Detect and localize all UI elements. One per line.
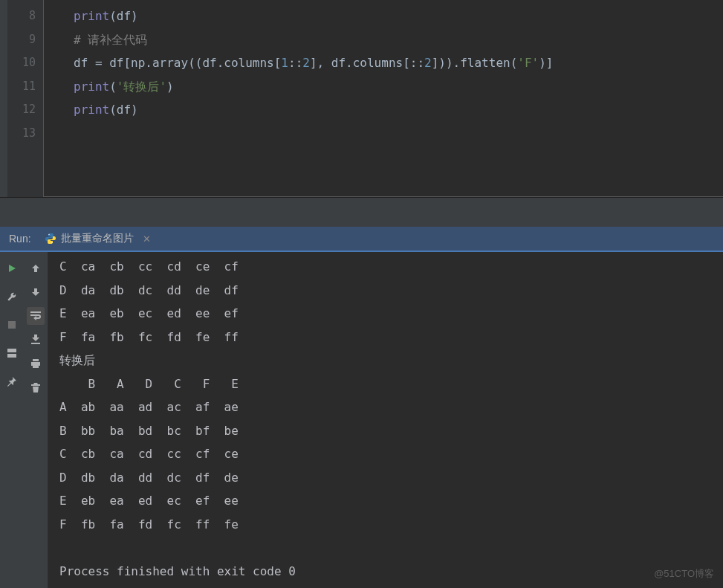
left-strip [0,0,7,197]
run-header: Run: 批量重命名图片 ✕ [0,227,723,252]
python-icon [45,233,56,245]
svg-point-0 [48,234,49,235]
print-icon[interactable] [27,355,45,372]
gutter-line[interactable]: 8 [7,4,36,28]
run-toolbar-left [0,252,24,588]
run-tab-label: 批量重命名图片 [61,232,134,245]
stop-button[interactable] [3,316,21,334]
run-tab[interactable]: 批量重命名图片 ✕ [45,232,151,245]
scroll-to-end-icon[interactable] [27,331,45,349]
rerun-button[interactable] [3,259,21,277]
up-arrow-icon[interactable] [27,259,45,277]
editor-area: 8910111213 print(df)# 请补全代码df = df[np.ar… [0,0,723,197]
run-label: Run: [9,233,31,245]
trash-icon[interactable] [27,378,45,396]
svg-rect-3 [7,349,16,352]
run-toolbar-right [24,252,48,588]
code-area[interactable]: print(df)# 请补全代码df = df[np.array((df.col… [43,0,723,197]
close-icon[interactable]: ✕ [143,233,151,245]
wrench-icon[interactable] [3,288,21,306]
console-output[interactable]: C ca cb cc cd ce cf D da db dc dd de df … [48,252,723,588]
svg-point-1 [51,242,52,243]
watermark: @51CTO博客 [654,567,714,581]
pin-icon[interactable] [3,372,21,390]
layout-icon[interactable] [3,344,21,362]
code-line[interactable] [74,122,723,146]
gutter-line[interactable]: 10 [7,51,36,75]
down-arrow-icon[interactable] [27,283,45,301]
gutter-line[interactable]: 9 [7,28,36,52]
panel-separator[interactable] [0,197,723,227]
code-line[interactable]: print(df) [74,98,723,122]
code-line[interactable]: print(df) [74,4,723,28]
gutter-line[interactable]: 11 [7,75,36,99]
run-body: C ca cb cc cd ce cf D da db dc dd de df … [0,252,723,588]
gutter: 8910111213 [7,0,43,197]
gutter-line[interactable]: 13 [7,122,36,146]
svg-rect-4 [7,354,16,358]
code-line[interactable]: df = df[np.array((df.columns[1::2], df.c… [74,51,723,75]
soft-wrap-icon[interactable] [27,307,45,325]
gutter-line[interactable]: 12 [7,98,36,122]
code-line[interactable]: # 请补全代码 [74,28,723,52]
svg-rect-2 [8,321,16,329]
run-panel: Run: 批量重命名图片 ✕ [0,227,723,588]
code-line[interactable]: print('转换后') [74,75,723,99]
